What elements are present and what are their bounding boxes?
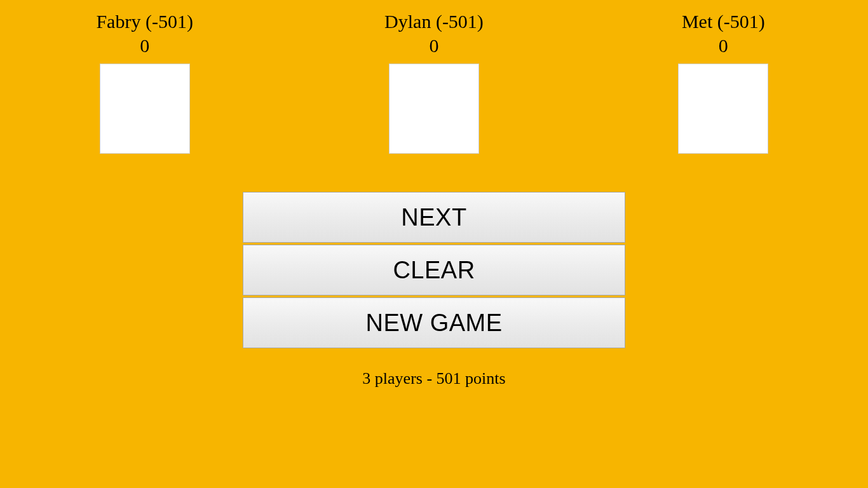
next-button[interactable]: NEXT: [243, 192, 625, 243]
player-1-header: Fabry (-501): [96, 10, 193, 33]
player-2: Dylan (-501) 0: [289, 10, 578, 154]
player-1-score: 0: [140, 34, 149, 57]
player-2-input-box[interactable]: [389, 64, 479, 154]
controls: NEXT CLEAR NEW GAME: [243, 192, 625, 350]
player-3: Met (-501) 0: [579, 10, 868, 154]
players-row: Fabry (-501) 0 Dylan (-501) 0 Met (-501)…: [0, 0, 868, 154]
player-1: Fabry (-501) 0: [0, 10, 289, 154]
new-game-button[interactable]: NEW GAME: [243, 297, 625, 348]
status-text: 3 players - 501 points: [0, 369, 868, 388]
player-3-input-box[interactable]: [678, 64, 768, 154]
player-2-score: 0: [429, 34, 438, 57]
player-2-header: Dylan (-501): [384, 10, 484, 33]
player-3-score: 0: [719, 34, 728, 57]
clear-button[interactable]: CLEAR: [243, 245, 625, 295]
player-1-input-box[interactable]: [100, 64, 190, 154]
player-3-header: Met (-501): [682, 10, 765, 33]
